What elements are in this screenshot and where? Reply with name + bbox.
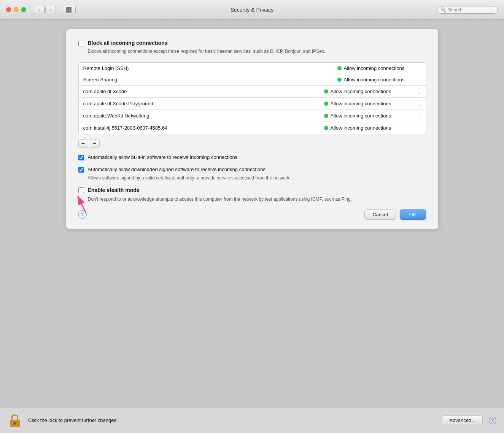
- service-name: com.apple.WebKit.Networking: [83, 113, 324, 119]
- table-row: com.apple.dt.Xcode.Playground Allow inco…: [79, 98, 426, 110]
- status-dot: [324, 126, 328, 130]
- service-status-row: Allow incoming connections ⌃ ⌄: [324, 88, 421, 95]
- allow-label: Allow incoming connections: [337, 77, 421, 82]
- service-status-row: Allow incoming connections ⌃ ⌄: [324, 125, 421, 131]
- auto-builtin-checkbox[interactable]: [78, 155, 84, 160]
- titlebar: ‹ › Security & Privacy 🔍: [0, 0, 504, 20]
- back-button[interactable]: ‹: [34, 6, 45, 14]
- cancel-button[interactable]: Cancel: [364, 209, 396, 220]
- allow-label: Allow incoming connections: [324, 125, 408, 131]
- titlebar-left: ‹ ›: [6, 6, 76, 14]
- remove-service-button[interactable]: −: [90, 140, 100, 148]
- status-dot: [324, 89, 328, 94]
- grid-icon: [66, 7, 72, 13]
- ok-button[interactable]: OK: [400, 209, 426, 220]
- status-dot: [324, 102, 328, 106]
- block-all-label: Block all incoming connections: [88, 40, 168, 46]
- status-text: Allow incoming connections: [331, 125, 391, 131]
- advanced-button[interactable]: Advanced...: [442, 416, 483, 425]
- auto-signed-section: Automatically allow downloaded signed so…: [78, 166, 426, 181]
- status-text: Allow incoming connections: [331, 101, 391, 106]
- service-name: Remote Login (SSH): [83, 65, 337, 71]
- service-status-row: Allow incoming connections ⌃ ⌄: [324, 100, 421, 107]
- status-text: Allow incoming connections: [344, 77, 405, 82]
- stealth-mode-description: Don't respond to or acknowledge attempts…: [88, 196, 426, 203]
- svg-line-1: [78, 196, 86, 213]
- block-all-section: Block all incoming connections Blocks al…: [78, 40, 426, 55]
- status-text: Allow incoming connections: [344, 65, 405, 71]
- service-name: com.apple.dt.Xcode: [83, 89, 324, 94]
- block-all-checkbox[interactable]: [78, 41, 84, 46]
- block-all-row: Block all incoming connections: [78, 40, 426, 46]
- bottom-help-button[interactable]: ?: [489, 417, 496, 424]
- traffic-lights: [6, 7, 26, 12]
- service-status-row: Allow incoming connections ⌃ ⌄: [324, 113, 421, 119]
- status-dot: [337, 66, 342, 70]
- action-buttons: Cancel OK: [364, 209, 426, 220]
- status-stepper[interactable]: ⌃ ⌄: [418, 100, 421, 107]
- status-dot: [324, 114, 328, 118]
- table-row: com.apple.WebKit.Networking Allow incomi…: [79, 110, 426, 122]
- status-dot: [337, 78, 342, 82]
- window-title: Security & Privacy: [231, 7, 274, 13]
- pink-arrow-annotation: [75, 192, 94, 215]
- status-text: Allow incoming connections: [331, 89, 391, 94]
- search-box[interactable]: 🔍: [437, 6, 498, 14]
- table-row: Remote Login (SSH) Allow incoming connec…: [79, 63, 426, 74]
- add-service-button[interactable]: +: [78, 140, 88, 148]
- service-status-row: Allow incoming connections: [337, 65, 421, 71]
- bottom-bar: Click the lock to prevent further change…: [0, 407, 504, 433]
- stealth-section: Enable stealth mode Don't respond to or …: [78, 187, 426, 203]
- settings-panel: Block all incoming connections Blocks al…: [66, 29, 439, 229]
- stealth-mode-row: Enable stealth mode: [78, 187, 426, 194]
- main-content: Block all incoming connections Blocks al…: [0, 20, 504, 407]
- allow-label: Allow incoming connections: [324, 89, 408, 94]
- allow-label: Allow incoming connections: [324, 113, 408, 119]
- status-stepper[interactable]: ⌃ ⌄: [418, 125, 421, 131]
- table-row: com.install4j.5517-2803-0637-4585.64 All…: [79, 122, 426, 134]
- status-stepper[interactable]: ⌃ ⌄: [418, 88, 421, 95]
- auto-signed-description: Allows software signed by a valid certif…: [88, 174, 426, 181]
- auto-signed-checkbox[interactable]: [78, 167, 84, 173]
- svg-rect-5: [10, 422, 20, 423]
- allow-label: Allow incoming connections: [324, 101, 408, 106]
- auto-signed-row: Automatically allow downloaded signed so…: [78, 166, 426, 173]
- status-text: Allow incoming connections: [331, 113, 391, 119]
- app-grid-button[interactable]: [62, 6, 76, 14]
- service-name: com.install4j.5517-2803-0637-4585.64: [83, 125, 324, 131]
- add-remove-row: + −: [78, 140, 426, 148]
- close-button[interactable]: [6, 7, 11, 12]
- auto-builtin-label: Automatically allow built-in software to…: [88, 154, 238, 161]
- maximize-button[interactable]: [21, 7, 26, 12]
- service-status-row: Allow incoming connections: [337, 77, 421, 82]
- auto-builtin-row: Automatically allow built-in software to…: [78, 154, 426, 161]
- service-name: Screen Sharing: [83, 77, 337, 82]
- allow-label: Allow incoming connections: [337, 65, 421, 71]
- block-all-description: Blocks all incoming connections except t…: [88, 48, 426, 55]
- auto-builtin-section: Automatically allow built-in software to…: [78, 154, 426, 161]
- lock-icon[interactable]: [8, 413, 22, 428]
- search-icon: 🔍: [440, 7, 446, 13]
- table-row: com.apple.dt.Xcode Allow incoming connec…: [79, 86, 426, 98]
- search-input[interactable]: [448, 7, 494, 13]
- stealth-mode-label: Enable stealth mode: [88, 187, 140, 194]
- service-name: com.apple.dt.Xcode.Playground: [83, 101, 324, 106]
- lock-text: Click the lock to prevent further change…: [28, 417, 436, 423]
- status-stepper[interactable]: ⌃ ⌄: [418, 113, 421, 119]
- minimize-button[interactable]: [14, 7, 19, 12]
- nav-buttons: ‹ ›: [34, 6, 56, 14]
- svg-rect-6: [10, 424, 20, 425]
- forward-button[interactable]: ›: [45, 6, 56, 14]
- auto-signed-label: Automatically allow downloaded signed so…: [88, 166, 266, 173]
- services-table: Remote Login (SSH) Allow incoming connec…: [78, 62, 426, 134]
- table-row: Screen Sharing Allow incoming connection…: [79, 74, 426, 86]
